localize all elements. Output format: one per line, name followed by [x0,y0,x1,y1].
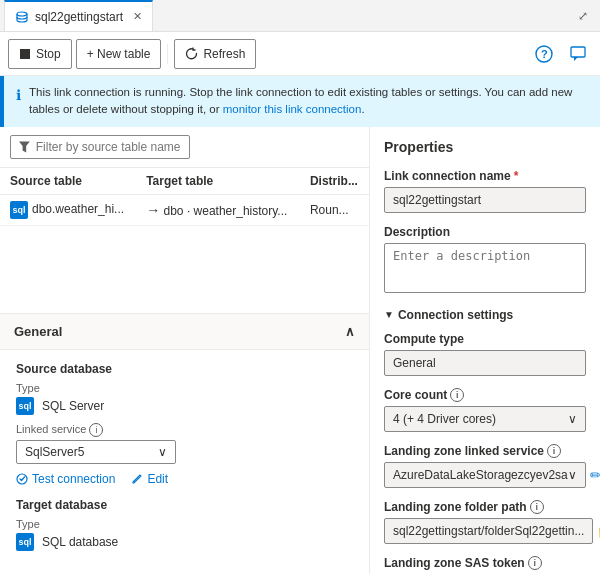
target-cell: → dbo · weather_history... [136,194,300,225]
refresh-icon [185,47,198,60]
col-distrib: Distrib... [300,168,369,195]
chevron-down-icon: ∨ [568,412,577,426]
help-icon[interactable]: ? [530,40,558,68]
landing-zone-service-info-icon[interactable]: i [547,444,561,458]
filter-input-wrapper[interactable] [10,135,190,159]
landing-zone-path-field: Landing zone folder path i sql22gettings… [384,500,586,544]
required-star: * [514,169,519,183]
source-db-group: Source database Type sql SQL Server Link… [16,362,353,486]
collapse-icon: ▼ [384,309,394,320]
right-panel: Properties Link connection name * Descri… [370,127,600,575]
sas-token-info-icon[interactable]: i [528,556,542,570]
filter-bar [0,127,369,168]
compute-type-field: Compute type General [384,332,586,376]
description-textarea[interactable] [384,243,586,293]
general-section: General ∧ Source database Type sql SQL S… [0,313,369,575]
linked-service-select[interactable]: SqlServer5 ∨ [16,440,176,464]
tab-bar: sql22gettingstart ✕ ⤢ [0,0,600,32]
distrib-cell: Roun... [300,194,369,225]
test-icon [16,473,28,485]
toolbar-separator [167,44,168,64]
main-content: Source table Target table Distrib... sql… [0,127,600,575]
tab-close-icon[interactable]: ✕ [133,10,142,23]
compute-type-value: General [384,350,586,376]
svg-marker-5 [19,141,30,152]
properties-title: Properties [384,139,586,155]
landing-zone-service-select[interactable]: AzureDataLakeStoragezcyev2sa ∨ [384,462,586,488]
edit-icon [131,473,143,485]
type-field: Type sql SQL Server [16,382,353,415]
landing-zone-path-info-icon[interactable]: i [530,500,544,514]
linked-service-info-icon[interactable]: i [89,423,103,437]
source-cell: sqldbo.weather_hi... [0,194,136,225]
general-section-header[interactable]: General ∧ [0,314,369,350]
filter-icon [19,141,30,153]
svg-text:?: ? [541,48,548,60]
chevron-down-icon: ∨ [158,445,167,459]
stop-button[interactable]: Stop [8,39,72,69]
core-count-field: Core count i 4 (+ 4 Driver cores) ∨ [384,388,586,432]
chevron-down-icon: ∨ [568,468,577,482]
toolbar-actions: ? [530,40,592,68]
info-text: This link connection is running. Stop th… [29,84,588,119]
info-icon: ℹ [16,85,21,106]
expand-icon[interactable]: ⤢ [570,5,596,27]
linked-service-field: Linked service i SqlServer5 ∨ [16,423,353,464]
database-icon [15,10,29,24]
new-table-button[interactable]: + New table [76,39,162,69]
table-row[interactable]: sqldbo.weather_hi... → dbo · weather_his… [0,194,369,225]
refresh-button[interactable]: Refresh [174,39,256,69]
core-count-select[interactable]: 4 (+ 4 Driver cores) ∨ [384,406,586,432]
action-links: Test connection Edit [16,472,353,486]
col-source-table: Source table [0,168,136,195]
toolbar: Stop + New table Refresh ? [0,32,600,76]
sql-server-badge: sql [16,397,34,415]
sql-db-badge: sql [16,533,34,551]
landing-zone-service-edit-icon[interactable]: ✏ [590,467,600,483]
conn-settings-header[interactable]: ▼ Connection settings [384,308,586,322]
svg-rect-4 [571,47,585,57]
edit-link[interactable]: Edit [131,472,168,486]
tab-label: sql22gettingstart [35,10,123,24]
landing-zone-path-select[interactable]: sql22gettingstart/folderSql22gettin... [384,518,593,544]
col-target-table: Target table [136,168,300,195]
feedback-icon[interactable] [564,40,592,68]
table-container: Source table Target table Distrib... sql… [0,168,369,313]
target-db-group: Target database Type sql SQL database [16,498,353,551]
svg-rect-1 [20,49,30,59]
description-field: Description [384,225,586,296]
arrow-icon: → [146,202,160,218]
svg-point-0 [17,12,27,16]
general-section-body: Source database Type sql SQL Server Link… [0,350,369,575]
info-banner: ℹ This link connection is running. Stop … [0,76,600,127]
tab-sql22gettingstart[interactable]: sql22gettingstart ✕ [4,0,153,31]
left-panel: Source table Target table Distrib... sql… [0,127,370,575]
link-connection-name-field: Link connection name * [384,169,586,213]
source-table: Source table Target table Distrib... sql… [0,168,369,226]
dbo-badge: sql [10,201,28,219]
filter-input[interactable] [36,140,181,154]
link-connection-name-input[interactable] [384,187,586,213]
core-count-info-icon[interactable]: i [450,388,464,402]
test-connection-link[interactable]: Test connection [16,472,115,486]
target-type-field: Type sql SQL database [16,518,353,551]
landing-zone-service-field: Landing zone linked service i AzureDataL… [384,444,586,488]
stop-icon [19,48,31,60]
chevron-up-icon: ∧ [345,324,355,339]
info-link[interactable]: monitor this link connection [223,103,362,115]
sas-token-field: Landing zone SAS token i •••••••••••••••… [384,556,586,575]
